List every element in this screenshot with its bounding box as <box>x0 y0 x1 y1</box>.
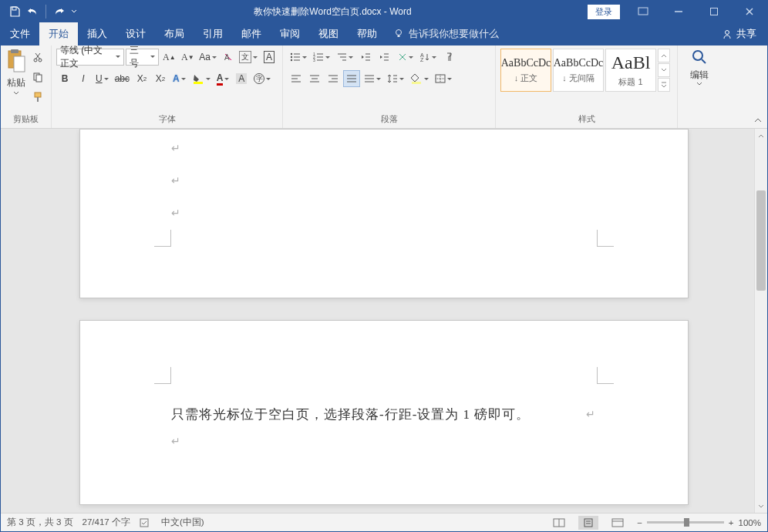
editing-label: 编辑 <box>690 69 709 82</box>
decrease-indent-icon[interactable] <box>357 49 374 66</box>
borders-icon[interactable] <box>433 70 454 87</box>
tab-references[interactable]: 引用 <box>194 22 232 45</box>
change-case-icon[interactable]: Aa <box>197 49 217 66</box>
tab-help[interactable]: 帮助 <box>348 22 386 45</box>
multilevel-list-icon[interactable] <box>334 49 355 66</box>
zoom-slider[interactable] <box>647 521 724 524</box>
style-label: ↓ 无间隔 <box>562 72 595 84</box>
search-icon <box>691 49 708 66</box>
svg-point-19 <box>291 56 292 58</box>
tab-layout[interactable]: 布局 <box>155 22 194 45</box>
language-indicator[interactable]: 中文(中国) <box>161 517 204 528</box>
sort-icon[interactable]: AZ <box>417 49 439 66</box>
read-mode-icon[interactable] <box>549 516 569 530</box>
collapse-ribbon-icon[interactable] <box>753 116 763 125</box>
tab-review[interactable]: 审阅 <box>271 22 309 45</box>
character-border-icon[interactable]: A <box>261 49 278 66</box>
tab-view[interactable]: 视图 <box>309 22 348 45</box>
share-button[interactable]: 共享 <box>712 22 767 45</box>
font-color-icon[interactable]: A <box>214 70 232 87</box>
spellcheck-icon[interactable] <box>140 517 152 528</box>
svg-line-64 <box>702 59 706 63</box>
web-layout-icon[interactable] <box>608 516 628 530</box>
tab-file[interactable]: 文件 <box>1 22 39 45</box>
copy-icon[interactable] <box>29 69 46 86</box>
bullets-icon[interactable] <box>288 49 309 66</box>
align-distribute-icon[interactable] <box>362 70 383 87</box>
shrink-font-icon[interactable]: A▼ <box>179 49 196 66</box>
underline-icon[interactable]: U <box>93 70 111 87</box>
bold-icon[interactable]: B <box>56 70 73 87</box>
find-button[interactable]: 编辑 <box>685 49 714 114</box>
svg-rect-1 <box>638 8 648 15</box>
ribbon: 粘贴 剪贴板 等线 (中文正文 三号 A▲ A▼ Aa A 文 A <box>1 45 767 129</box>
svg-rect-65 <box>140 519 148 527</box>
chevron-down-icon <box>696 82 702 86</box>
tab-home[interactable]: 开始 <box>39 22 78 45</box>
print-layout-icon[interactable] <box>578 516 598 530</box>
zoom-in-icon[interactable]: + <box>729 518 734 527</box>
increase-indent-icon[interactable] <box>376 49 392 66</box>
align-center-icon[interactable] <box>306 70 323 87</box>
gallery-up-icon[interactable] <box>658 49 670 62</box>
tab-insert[interactable]: 插入 <box>78 22 116 45</box>
zoom-percent[interactable]: 100% <box>739 518 761 527</box>
page-1[interactable]: ↵ ↵ ↵ <box>79 129 689 298</box>
highlight-icon[interactable] <box>190 70 213 87</box>
vertical-scrollbar[interactable] <box>754 129 767 513</box>
line-spacing-icon[interactable] <box>385 70 406 87</box>
style-label: ↓ 正文 <box>514 72 538 84</box>
show-marks-icon[interactable] <box>440 49 457 66</box>
style-preview: AaBl <box>611 52 651 73</box>
style-nospacing[interactable]: AaBbCcDc ↓ 无间隔 <box>553 49 604 92</box>
maximize-icon[interactable] <box>696 1 732 22</box>
clear-format-icon[interactable]: A <box>220 49 237 66</box>
signin-button[interactable]: 登录 <box>587 4 621 20</box>
style-heading1[interactable]: AaBl 标题 1 <box>605 49 656 92</box>
gallery-down-icon[interactable] <box>658 63 670 77</box>
gallery-more-icon[interactable] <box>658 78 670 92</box>
page-indicator[interactable]: 第 3 页，共 3 页 <box>7 517 73 528</box>
undo-icon[interactable] <box>25 4 41 19</box>
phonetic-guide-icon[interactable]: 文 <box>238 49 259 66</box>
paste-button[interactable]: 粘贴 <box>5 49 26 112</box>
character-shading-icon[interactable]: A <box>233 70 250 87</box>
tellme-search[interactable]: 告诉我你想要做什么 <box>386 22 507 45</box>
text-effects-icon[interactable]: A <box>170 70 188 87</box>
tab-design[interactable]: 设计 <box>116 22 155 45</box>
strikethrough-icon[interactable]: abc <box>113 70 132 87</box>
format-painter-icon[interactable] <box>29 89 46 106</box>
zoom-knob[interactable] <box>684 518 689 527</box>
subscript-icon[interactable]: X2 <box>133 70 150 87</box>
cut-icon[interactable] <box>29 49 46 66</box>
shading-icon[interactable] <box>408 70 431 87</box>
grow-font-icon[interactable]: A▲ <box>160 49 177 66</box>
close-icon[interactable] <box>732 1 767 22</box>
word-count[interactable]: 27/417 个字 <box>83 517 130 528</box>
asian-layout-icon[interactable] <box>394 49 416 66</box>
ribbon-display-icon[interactable] <box>625 1 661 22</box>
enclose-char-icon[interactable]: 字 <box>251 70 273 87</box>
italic-icon[interactable]: I <box>75 70 92 87</box>
save-icon[interactable] <box>7 4 22 19</box>
scroll-up-icon[interactable] <box>755 129 767 142</box>
page-2[interactable]: 只需将光标位于空白页，选择段落-行距-设置为 1 磅即可。 ↵ ↵ <box>79 320 689 505</box>
minimize-icon[interactable] <box>661 1 696 22</box>
superscript-icon[interactable]: X2 <box>152 70 169 87</box>
title-bar: 教你快速删除Word空白页.docx - Word 登录 <box>1 1 767 22</box>
font-family-combo[interactable]: 等线 (中文正文 <box>56 49 124 66</box>
scroll-thumb[interactable] <box>756 190 766 291</box>
style-normal[interactable]: AaBbCcDc ↓ 正文 <box>500 49 551 92</box>
svg-rect-14 <box>37 97 39 102</box>
align-right-icon[interactable] <box>325 70 342 87</box>
align-left-icon[interactable] <box>288 70 305 87</box>
zoom-out-icon[interactable]: − <box>637 518 642 527</box>
qat-customize-icon[interactable] <box>69 4 79 19</box>
scroll-down-icon[interactable] <box>755 500 767 513</box>
numbering-icon[interactable]: 123 <box>311 49 332 66</box>
svg-point-63 <box>693 51 702 60</box>
redo-icon[interactable] <box>51 4 66 19</box>
font-size-combo[interactable]: 三号 <box>126 49 159 66</box>
tab-mail[interactable]: 邮件 <box>232 22 271 45</box>
align-justify-icon[interactable] <box>343 70 360 87</box>
